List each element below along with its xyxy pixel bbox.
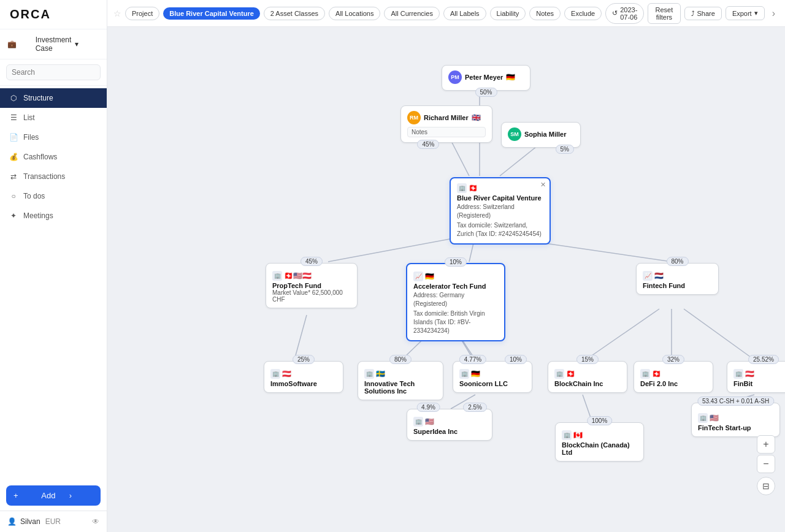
pct-accelerator: 10% bbox=[445, 257, 467, 267]
flag-blockchain: 🇨🇭 bbox=[566, 370, 575, 378]
node-title-soonicorn: Soonicorn LLC bbox=[459, 380, 526, 387]
flag-immo: 🇦🇹 bbox=[282, 370, 291, 378]
node-blockchain[interactable]: 15% 🏢 🇨🇭 BlockChain Inc bbox=[548, 361, 627, 393]
node-sophia-miller[interactable]: SM Sophia Miller 5% bbox=[501, 122, 581, 148]
node-title-superidea: SuperIdea Inc bbox=[413, 428, 486, 435]
structure-canvas[interactable]: PM Peter Meyer 🇩🇪 50% RM Richard Miller … bbox=[107, 27, 785, 532]
node-superidea[interactable]: 4.9% 2.5% 🏢 🇺🇸 SuperIdea Inc bbox=[407, 409, 492, 441]
node-title-accelerator: Accelerator Tech Fund bbox=[413, 283, 498, 290]
flag-richard-miller: 🇬🇧 bbox=[472, 113, 481, 122]
filter-asset-classes[interactable]: 2 Asset Classes bbox=[264, 7, 325, 20]
node-accelerator[interactable]: 10% 📈 🇩🇪 Accelerator Tech Fund Address: … bbox=[406, 263, 505, 341]
pct2-soonicorn: 10% bbox=[505, 355, 527, 364]
add-button[interactable]: + Add › bbox=[6, 485, 101, 506]
structure-icon: ⬡ bbox=[9, 93, 18, 103]
pct-immo: 25% bbox=[293, 355, 315, 364]
svg-line-12 bbox=[684, 309, 754, 360]
search-input[interactable] bbox=[6, 64, 101, 80]
filter-project[interactable]: Project bbox=[125, 7, 159, 20]
sidebar-item-files[interactable]: 📄 Files bbox=[0, 127, 107, 147]
pct-defi: 32% bbox=[662, 355, 684, 364]
building-icon-soonicorn: 🏢 bbox=[459, 369, 469, 379]
node-immo[interactable]: 25% 🏢 🇦🇹 ImmoSoftware bbox=[264, 361, 343, 393]
share-icon: ⤴ bbox=[691, 10, 695, 17]
flag-superidea: 🇺🇸 bbox=[425, 417, 434, 426]
filter-labels[interactable]: All Labels bbox=[443, 7, 486, 20]
sidebar-item-todos[interactable]: ○ To dos bbox=[0, 186, 107, 206]
node-finbit[interactable]: 25.52% 🏢 🇦🇹 FinBit bbox=[727, 361, 785, 393]
filter-liability[interactable]: Liability bbox=[490, 7, 526, 20]
topbar: ☆ Project Blue River Capital Venture 2 A… bbox=[107, 0, 785, 27]
export-chevron-icon: ▾ bbox=[754, 9, 758, 17]
building-icon-immo: 🏢 bbox=[270, 369, 280, 379]
zoom-in-button[interactable]: + bbox=[757, 435, 775, 454]
export-button[interactable]: Export ▾ bbox=[726, 6, 765, 20]
building-icon-superidea: 🏢 bbox=[413, 417, 423, 427]
user-icon: 👤 bbox=[7, 517, 17, 526]
filter-exclude[interactable]: Exclude bbox=[564, 7, 602, 20]
reset-filters-button[interactable]: Reset filters bbox=[648, 3, 680, 24]
sidebar-item-cashflows[interactable]: 💰 Cashflows bbox=[0, 147, 107, 167]
filter-notes[interactable]: Notes bbox=[529, 7, 561, 20]
filter-currencies[interactable]: All Currencies bbox=[384, 7, 439, 20]
todos-icon: ○ bbox=[9, 191, 18, 201]
node-fintech-fund[interactable]: 80% 📈 🇳🇱 Fintech Fund bbox=[636, 263, 719, 295]
node-title-finbit: FinBit bbox=[733, 380, 785, 387]
share-button[interactable]: ⤴ Share bbox=[684, 7, 722, 20]
main-content: ☆ Project Blue River Capital Venture 2 A… bbox=[107, 0, 785, 532]
files-icon: 📄 bbox=[9, 132, 18, 142]
building-icon-blue-river: 🏢 bbox=[457, 183, 467, 193]
pct-blockchain: 15% bbox=[576, 355, 599, 364]
flag-blockchain-canada: 🇨🇦 bbox=[573, 431, 583, 439]
collapse-panel-button[interactable]: › bbox=[768, 7, 779, 20]
node-blue-river[interactable]: ✕ 🏢 🇨🇭 Blue River Capital Venture Addres… bbox=[450, 177, 551, 245]
cashflows-icon: 💰 bbox=[9, 152, 18, 162]
close-blue-river[interactable]: ✕ bbox=[540, 181, 546, 189]
node-title-fintech-fund: Fintech Fund bbox=[643, 282, 712, 289]
zoom-out-button[interactable]: − bbox=[757, 455, 775, 473]
sidebar-item-meetings[interactable]: ✦ Meetings bbox=[0, 206, 107, 226]
eye-icon[interactable]: 👁 bbox=[92, 517, 99, 526]
filter-locations[interactable]: All Locations bbox=[329, 7, 380, 20]
node-proptech[interactable]: 45% 🏢 🇨🇭🇺🇸🇦🇹 PropTech Fund Market Value*… bbox=[266, 263, 358, 308]
node-title-immo: ImmoSoftware bbox=[270, 380, 337, 387]
node-richard-miller[interactable]: RM Richard Miller 🇬🇧 Notes 45% bbox=[400, 105, 492, 143]
node-title-sophia-miller: Sophia Miller bbox=[524, 131, 566, 138]
flag-innovative: 🇸🇪 bbox=[376, 370, 385, 378]
transactions-icon: ⇄ bbox=[9, 172, 18, 181]
node-fintech-startup[interactable]: 53.43 C-SH + 0.01 A-SH 🏢 🇺🇸 FinTech Star… bbox=[691, 403, 780, 437]
node-soonicorn[interactable]: 4.77% 10% 🏢 🇩🇪 Soonicorn LLC bbox=[453, 361, 532, 393]
node-market-value-proptech: Market Value* 62,500,000 CHF bbox=[272, 289, 351, 303]
user-footer: 👤 Silvan EUR 👁 bbox=[0, 511, 107, 532]
flag-fintech-fund: 🇳🇱 bbox=[654, 272, 664, 280]
sidebar-item-structure[interactable]: ⬡ Structure bbox=[0, 88, 107, 108]
sidebar-item-transactions[interactable]: ⇄ Transactions bbox=[0, 167, 107, 186]
building-icon-blockchain-canada: 🏢 bbox=[562, 430, 572, 440]
date-filter[interactable]: ↺ 2023-07-06 bbox=[605, 3, 644, 24]
building-icon-fintech-startup: 🏢 bbox=[698, 413, 708, 423]
node-title-proptech: PropTech Fund bbox=[272, 282, 351, 289]
map-filter-button[interactable]: ⊟ bbox=[757, 477, 775, 495]
filter-blue-river[interactable]: Blue River Capital Venture bbox=[163, 7, 260, 20]
favorite-star-icon[interactable]: ☆ bbox=[113, 9, 121, 18]
investment-case-selector[interactable]: 💼 Investment Case ▾ bbox=[0, 29, 107, 59]
svg-line-10 bbox=[586, 309, 659, 360]
node-title-fintech-startup: FinTech Start-up bbox=[698, 424, 773, 431]
node-peter-meyer[interactable]: PM Peter Meyer 🇩🇪 50% bbox=[442, 65, 530, 91]
node-title-blockchain: BlockChain Inc bbox=[554, 380, 621, 387]
flags-proptech: 🇨🇭🇺🇸🇦🇹 bbox=[284, 272, 312, 280]
flag-peter-meyer: 🇩🇪 bbox=[506, 73, 515, 82]
node-innovative[interactable]: 80% 🏢 🇸🇪 Innovative Tech Solutions Inc bbox=[358, 361, 443, 400]
pct-superidea: 4.9% bbox=[416, 403, 440, 412]
list-icon: ☰ bbox=[9, 113, 18, 123]
building-icon-defi: 🏢 bbox=[640, 369, 650, 379]
node-address-accelerator: Address: Germany (Registered) bbox=[413, 291, 498, 308]
add-chevron-icon: › bbox=[69, 491, 93, 500]
node-blockchain-canada[interactable]: 100% 🏢 🇨🇦 BlockChain (Canada) Ltd bbox=[555, 422, 644, 462]
node-defi[interactable]: 32% 🏢 🇨🇭 DeFi 2.0 Inc bbox=[634, 361, 713, 393]
search-container bbox=[0, 59, 107, 86]
pct-innovative: 80% bbox=[389, 355, 412, 364]
avatar-peter-meyer: PM bbox=[448, 70, 462, 84]
sidebar-item-list[interactable]: ☰ List bbox=[0, 108, 107, 127]
flag-defi: 🇨🇭 bbox=[652, 370, 661, 378]
